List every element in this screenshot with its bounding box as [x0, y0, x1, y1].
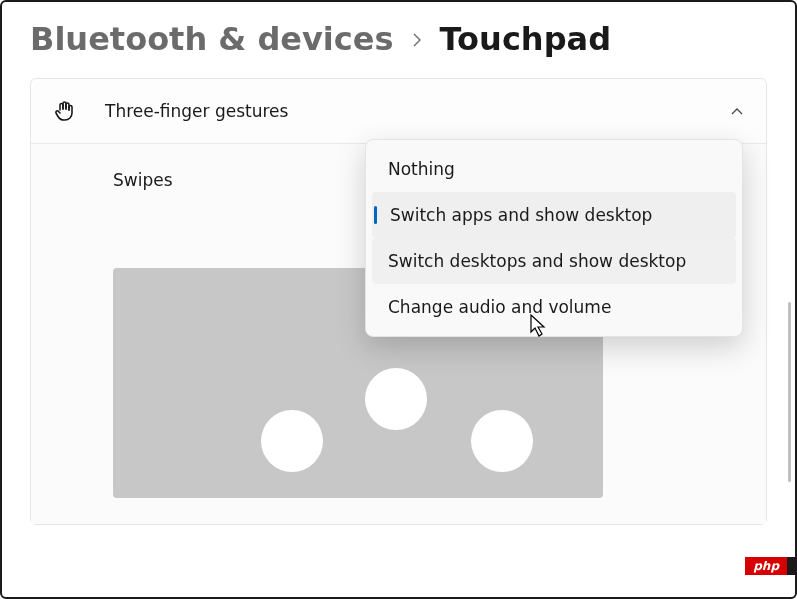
finger-dot: [261, 410, 323, 472]
swipes-dropdown[interactable]: Nothing Switch apps and show desktop Swi…: [365, 139, 743, 337]
dropdown-option-audio-volume[interactable]: Change audio and volume: [372, 284, 736, 330]
page-title: Touchpad: [440, 20, 612, 58]
chevron-right-icon: [410, 25, 424, 53]
chevron-up-icon: [730, 104, 744, 118]
breadcrumb-parent[interactable]: Bluetooth & devices: [30, 20, 394, 58]
dropdown-option-switch-desktops[interactable]: Switch desktops and show desktop: [372, 238, 736, 284]
hand-icon: [53, 99, 77, 123]
three-finger-gestures-header[interactable]: Three-finger gestures: [31, 79, 766, 144]
breadcrumb: Bluetooth & devices Touchpad: [30, 20, 767, 58]
finger-dot: [471, 410, 533, 472]
scrollbar[interactable]: [788, 302, 791, 482]
section-title: Three-finger gestures: [105, 101, 730, 121]
gestures-panel: Three-finger gestures Swipes Nothing Swi…: [30, 78, 767, 525]
watermark: php: [745, 557, 787, 575]
dropdown-option-switch-apps[interactable]: Switch apps and show desktop: [372, 192, 736, 238]
dropdown-option-nothing[interactable]: Nothing: [372, 146, 736, 192]
finger-dot: [365, 368, 427, 430]
